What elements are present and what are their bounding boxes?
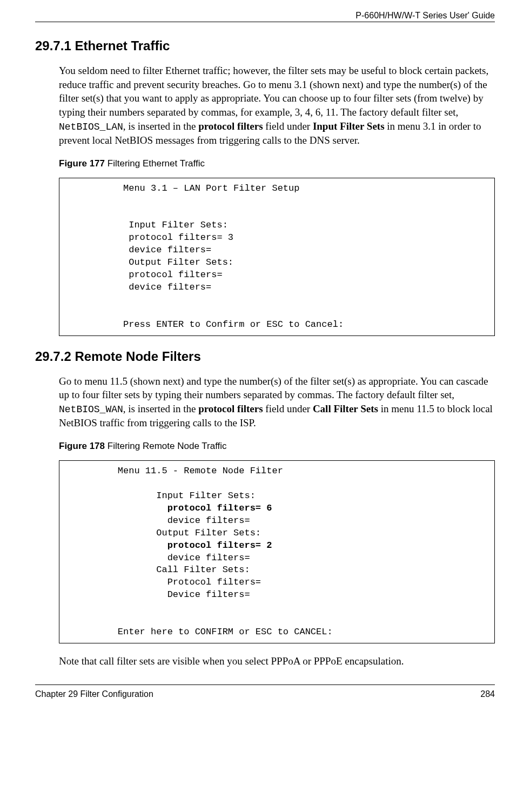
- term-line: [68, 540, 167, 551]
- term-line: Device filters=: [68, 589, 250, 600]
- text-run: field under: [263, 403, 313, 414]
- term-line: device filters=: [68, 515, 250, 526]
- term-line: Press ENTER to Confirm or ESC to Cancel:: [68, 319, 344, 330]
- text-run: Go to menu 11.5 (shown next) and type th…: [59, 375, 488, 401]
- figure-177-caption: Figure 177 Filtering Ethernet Traffic: [59, 158, 495, 169]
- bold-call-filter-sets: Call Filter Sets: [313, 403, 378, 414]
- text-run: , is inserted in the: [123, 403, 198, 414]
- figure-178-title: Filtering Remote Node Traffic: [105, 441, 227, 451]
- term-line: [68, 503, 167, 513]
- bottom-divider: [35, 685, 495, 685]
- term-line: Input Filter Sets:: [68, 491, 256, 501]
- section-heading-remote-node-filters: 29.7.2 Remote Node Filters: [35, 349, 495, 364]
- header-guide-title: P-660H/HW/W-T Series User' Guide: [35, 11, 495, 21]
- text-run: , is inserted in the: [123, 120, 198, 132]
- term-line: device filters=: [68, 282, 211, 292]
- text-run: You seldom need to filter Ethernet traff…: [59, 65, 488, 118]
- bold-protocol-filters: protocol filters: [198, 403, 263, 414]
- term-line: Menu 3.1 – LAN Port Filter Setup: [68, 183, 299, 193]
- top-divider: [35, 22, 495, 22]
- term-line: Output Filter Sets:: [68, 528, 261, 538]
- term-line: device filters=: [68, 245, 211, 255]
- term-line: Enter here to CONFIRM or ESC to CANCEL:: [68, 627, 333, 637]
- term-line: protocol filters=: [68, 270, 223, 280]
- figure-178-label: Figure 178: [59, 441, 105, 451]
- section-heading-ethernet-traffic: 29.7.1 Ethernet Traffic: [35, 38, 495, 53]
- code-netbios-wan: NetBIOS_WAN: [59, 404, 123, 415]
- text-run: field under: [263, 120, 313, 132]
- figure-178-caption: Figure 178 Filtering Remote Node Traffic: [59, 441, 495, 452]
- term-line-bold: protocol filters= 2: [167, 540, 272, 551]
- paragraph-remote-node-filters: Go to menu 11.5 (shown next) and type th…: [59, 374, 495, 430]
- footer: Chapter 29 Filter Configuration 284: [35, 689, 495, 699]
- term-line: protocol filters= 3: [68, 232, 233, 243]
- term-line: Protocol filters=: [68, 577, 261, 587]
- footer-chapter: Chapter 29 Filter Configuration: [35, 689, 153, 699]
- bold-protocol-filters: protocol filters: [198, 120, 263, 132]
- bold-input-filter-sets: Input Filter Sets: [313, 120, 385, 132]
- term-line-bold: protocol filters= 6: [167, 503, 272, 513]
- figure-178-terminal: Menu 11.5 - Remote Node Filter Input Fil…: [59, 460, 495, 643]
- term-line: Output Filter Sets:: [68, 257, 233, 267]
- term-line: Input Filter Sets:: [68, 220, 228, 230]
- figure-177-label: Figure 177: [59, 158, 105, 169]
- figure-177-terminal: Menu 3.1 – LAN Port Filter Setup Input F…: [59, 178, 495, 336]
- footer-page-number: 284: [480, 689, 495, 699]
- paragraph-ethernet-traffic: You seldom need to filter Ethernet traff…: [59, 64, 495, 147]
- paragraph-note: Note that call filter sets are visible w…: [59, 654, 495, 668]
- page-container: P-660H/HW/W-T Series User' Guide 29.7.1 …: [0, 0, 530, 715]
- figure-177-title: Filtering Ethernet Traffic: [105, 158, 205, 169]
- term-line: device filters=: [68, 553, 250, 563]
- term-line: Call Filter Sets:: [68, 565, 250, 575]
- code-netbios-lan: NetBIOS_LAN: [59, 122, 123, 132]
- term-line: Menu 11.5 - Remote Node Filter: [68, 466, 283, 476]
